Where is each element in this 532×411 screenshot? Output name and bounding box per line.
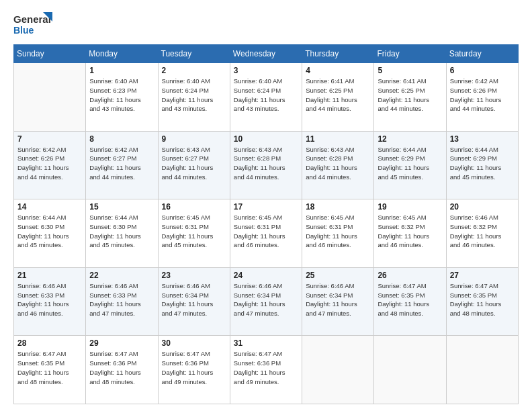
calendar-cell: 27Sunrise: 6:47 AMSunset: 6:35 PMDayligh… (446, 267, 518, 336)
day-number: 25 (306, 271, 370, 280)
weekday-header-wednesday: Wednesday (230, 45, 302, 63)
day-number: 24 (234, 271, 298, 280)
day-number: 1 (89, 66, 154, 75)
day-info: Sunrise: 6:47 AMSunset: 6:35 PMDaylight:… (450, 281, 515, 318)
day-number: 8 (89, 134, 154, 144)
calendar-cell: 19Sunrise: 6:45 AMSunset: 6:32 PMDayligh… (374, 199, 446, 268)
weekday-header-tuesday: Tuesday (158, 45, 230, 63)
calendar-cell: 3Sunrise: 6:40 AMSunset: 6:24 PMDaylight… (230, 63, 302, 132)
day-info: Sunrise: 6:46 AMSunset: 6:33 PMDaylight:… (89, 281, 154, 318)
calendar-cell: 20Sunrise: 6:46 AMSunset: 6:32 PMDayligh… (446, 199, 518, 268)
day-info: Sunrise: 6:45 AMSunset: 6:32 PMDaylight:… (378, 213, 442, 250)
day-number: 22 (89, 271, 154, 280)
day-number: 9 (162, 134, 226, 144)
calendar-cell: 21Sunrise: 6:46 AMSunset: 6:33 PMDayligh… (14, 267, 86, 336)
day-info: Sunrise: 6:42 AMSunset: 6:26 PMDaylight:… (17, 145, 82, 182)
day-number: 15 (89, 202, 154, 212)
day-info: Sunrise: 6:46 AMSunset: 6:34 PMDaylight:… (306, 281, 370, 318)
day-info: Sunrise: 6:45 AMSunset: 6:31 PMDaylight:… (306, 213, 370, 250)
day-info: Sunrise: 6:44 AMSunset: 6:30 PMDaylight:… (17, 213, 82, 250)
day-info: Sunrise: 6:47 AMSunset: 6:35 PMDaylight:… (378, 281, 442, 318)
day-number: 10 (234, 134, 298, 144)
calendar-body: 1Sunrise: 6:40 AMSunset: 6:23 PMDaylight… (14, 63, 519, 404)
calendar-cell: 6Sunrise: 6:42 AMSunset: 6:26 PMDaylight… (446, 63, 518, 132)
calendar-cell: 5Sunrise: 6:41 AMSunset: 6:25 PMDaylight… (374, 63, 446, 132)
calendar-cell: 11Sunrise: 6:43 AMSunset: 6:28 PMDayligh… (302, 131, 374, 199)
weekday-header-friday: Friday (374, 45, 446, 63)
day-number: 18 (306, 202, 370, 212)
weekday-header-thursday: Thursday (302, 45, 374, 63)
calendar-cell: 13Sunrise: 6:44 AMSunset: 6:29 PMDayligh… (446, 131, 518, 199)
calendar-table: SundayMondayTuesdayWednesdayThursdayFrid… (13, 44, 519, 404)
day-number: 17 (234, 202, 298, 212)
day-info: Sunrise: 6:46 AMSunset: 6:32 PMDaylight:… (450, 213, 515, 250)
calendar-cell: 10Sunrise: 6:43 AMSunset: 6:28 PMDayligh… (230, 131, 302, 199)
day-number: 2 (162, 66, 226, 75)
day-info: Sunrise: 6:46 AMSunset: 6:34 PMDaylight:… (234, 281, 298, 318)
day-info: Sunrise: 6:40 AMSunset: 6:23 PMDaylight:… (89, 77, 154, 113)
calendar-cell: 29Sunrise: 6:47 AMSunset: 6:36 PMDayligh… (86, 336, 158, 404)
day-info: Sunrise: 6:47 AMSunset: 6:36 PMDaylight:… (162, 349, 226, 386)
day-number: 20 (450, 202, 515, 212)
day-info: Sunrise: 6:47 AMSunset: 6:36 PMDaylight:… (234, 349, 298, 386)
day-number: 3 (234, 66, 298, 75)
weekday-header-sunday: Sunday (14, 45, 86, 63)
day-number: 21 (17, 271, 82, 280)
svg-text:Blue: Blue (13, 25, 34, 36)
calendar-cell: 22Sunrise: 6:46 AMSunset: 6:33 PMDayligh… (86, 267, 158, 336)
day-info: Sunrise: 6:44 AMSunset: 6:29 PMDaylight:… (378, 145, 442, 182)
day-info: Sunrise: 6:43 AMSunset: 6:28 PMDaylight:… (306, 145, 370, 182)
day-info: Sunrise: 6:47 AMSunset: 6:35 PMDaylight:… (17, 349, 82, 386)
day-number: 16 (162, 202, 226, 212)
calendar-cell: 25Sunrise: 6:46 AMSunset: 6:34 PMDayligh… (302, 267, 374, 336)
calendar-week-3: 14Sunrise: 6:44 AMSunset: 6:30 PMDayligh… (14, 199, 519, 268)
day-info: Sunrise: 6:41 AMSunset: 6:25 PMDaylight:… (378, 77, 442, 113)
day-info: Sunrise: 6:44 AMSunset: 6:29 PMDaylight:… (450, 145, 515, 182)
calendar-cell (374, 336, 446, 404)
day-number: 29 (89, 338, 154, 348)
weekday-header-saturday: Saturday (446, 45, 518, 63)
calendar-week-4: 21Sunrise: 6:46 AMSunset: 6:33 PMDayligh… (14, 267, 519, 336)
day-info: Sunrise: 6:45 AMSunset: 6:31 PMDaylight:… (162, 213, 226, 250)
calendar-cell: 15Sunrise: 6:44 AMSunset: 6:30 PMDayligh… (86, 199, 158, 268)
day-info: Sunrise: 6:40 AMSunset: 6:24 PMDaylight:… (234, 77, 298, 113)
calendar-cell: 23Sunrise: 6:46 AMSunset: 6:34 PMDayligh… (158, 267, 230, 336)
day-number: 27 (450, 271, 515, 280)
calendar-cell: 1Sunrise: 6:40 AMSunset: 6:23 PMDaylight… (86, 63, 158, 132)
calendar-cell (14, 63, 86, 132)
calendar-cell: 31Sunrise: 6:47 AMSunset: 6:36 PMDayligh… (230, 336, 302, 404)
day-number: 26 (378, 271, 442, 280)
day-number: 6 (450, 66, 515, 75)
day-number: 7 (17, 134, 82, 144)
svg-text:General: General (13, 13, 51, 25)
day-info: Sunrise: 6:43 AMSunset: 6:27 PMDaylight:… (162, 145, 226, 182)
day-number: 30 (162, 338, 226, 348)
day-info: Sunrise: 6:47 AMSunset: 6:36 PMDaylight:… (89, 349, 154, 386)
calendar-cell: 7Sunrise: 6:42 AMSunset: 6:26 PMDaylight… (14, 131, 86, 199)
day-info: Sunrise: 6:46 AMSunset: 6:33 PMDaylight:… (17, 281, 82, 318)
calendar-cell: 4Sunrise: 6:41 AMSunset: 6:25 PMDaylight… (302, 63, 374, 132)
calendar-cell: 17Sunrise: 6:45 AMSunset: 6:31 PMDayligh… (230, 199, 302, 268)
day-info: Sunrise: 6:45 AMSunset: 6:31 PMDaylight:… (234, 213, 298, 250)
calendar-cell: 16Sunrise: 6:45 AMSunset: 6:31 PMDayligh… (158, 199, 230, 268)
calendar-cell: 8Sunrise: 6:42 AMSunset: 6:27 PMDaylight… (86, 131, 158, 199)
day-number: 14 (17, 202, 82, 212)
day-number: 12 (378, 134, 442, 144)
day-number: 13 (450, 134, 515, 144)
day-info: Sunrise: 6:41 AMSunset: 6:25 PMDaylight:… (306, 77, 370, 113)
day-number: 4 (306, 66, 370, 75)
day-number: 19 (378, 202, 442, 212)
calendar-cell: 2Sunrise: 6:40 AMSunset: 6:24 PMDaylight… (158, 63, 230, 132)
day-number: 11 (306, 134, 370, 144)
calendar-cell: 9Sunrise: 6:43 AMSunset: 6:27 PMDaylight… (158, 131, 230, 199)
day-number: 5 (378, 66, 442, 75)
calendar-week-1: 1Sunrise: 6:40 AMSunset: 6:23 PMDaylight… (14, 63, 519, 132)
day-info: Sunrise: 6:43 AMSunset: 6:28 PMDaylight:… (234, 145, 298, 182)
calendar-cell: 12Sunrise: 6:44 AMSunset: 6:29 PMDayligh… (374, 131, 446, 199)
day-number: 31 (234, 338, 298, 348)
day-number: 28 (17, 338, 82, 348)
calendar-cell: 18Sunrise: 6:45 AMSunset: 6:31 PMDayligh… (302, 199, 374, 268)
day-number: 23 (162, 271, 226, 280)
day-info: Sunrise: 6:44 AMSunset: 6:30 PMDaylight:… (89, 213, 154, 250)
calendar-cell (446, 336, 518, 404)
